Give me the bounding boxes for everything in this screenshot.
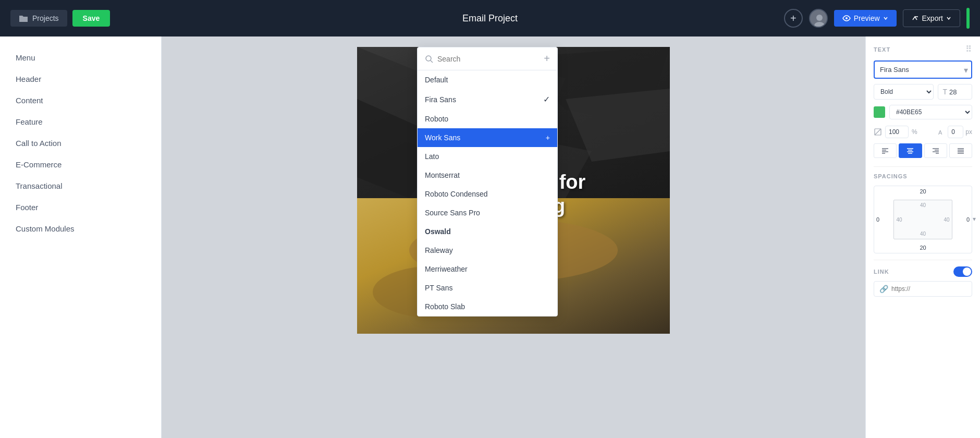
grid-icon: ⠿ [965, 44, 972, 54]
spacings-grid: 20 20 0 0 40 40 40 40 [874, 186, 972, 253]
font-dropdown[interactable]: + Default Fira Sans ✓ Roboto Work Sans + [417, 47, 558, 317]
eye-icon [842, 14, 851, 22]
link-input[interactable] [891, 285, 970, 293]
export-button[interactable]: Export [903, 9, 960, 27]
sidebar-item-content[interactable]: Content [0, 90, 161, 111]
spacing-inner-left: 40 [896, 217, 902, 223]
sidebar-item-custom-modules[interactable]: Custom Modules [0, 218, 161, 239]
opacity-input[interactable] [885, 126, 909, 138]
section-divider [874, 166, 972, 167]
align-left-icon [881, 147, 889, 154]
letter-spacing-input[interactable] [948, 126, 963, 138]
align-right-button[interactable] [924, 143, 947, 158]
align-center-icon [906, 147, 914, 154]
font-list: Default Fira Sans ✓ Roboto Work Sans + L… [418, 70, 557, 316]
right-panel: TEXT ⠿ Fira Sans ▾ Bold T #40BE65 [865, 36, 980, 438]
align-justify-button[interactable] [949, 143, 972, 158]
add-button[interactable]: + [784, 9, 803, 28]
folder-icon [19, 14, 28, 22]
color-arrow-icon: ▾ [973, 215, 976, 223]
font-search-input[interactable] [437, 55, 540, 63]
export-icon [912, 15, 919, 22]
font-select-wrapper: Fira Sans ▾ [874, 60, 972, 79]
color-select[interactable]: #40BE65 [889, 105, 972, 119]
check-icon: ✓ [543, 94, 550, 104]
projects-button[interactable]: Projects [10, 10, 67, 27]
font-item-lato[interactable]: Lato [418, 147, 557, 166]
weight-select[interactable]: Bold [874, 84, 934, 100]
link-icon: 🔗 [879, 285, 888, 293]
spacings-section-title: SPACINGS [874, 173, 972, 179]
chevron-down-icon [883, 16, 888, 21]
font-search-bar: + [418, 47, 557, 70]
opacity-unit: % [912, 128, 917, 136]
sidebar-item-header[interactable]: Header [0, 68, 161, 90]
canvas-area: postcards Introducing Simple post for Sm… [162, 36, 865, 438]
font-item-default[interactable]: Default [418, 70, 557, 89]
spacing-inner-top: 40 [920, 202, 926, 208]
save-button[interactable]: Save [72, 10, 111, 27]
preview-button[interactable]: Preview [834, 10, 897, 27]
font-size-input[interactable] [949, 88, 967, 96]
align-center-button[interactable] [899, 143, 922, 158]
font-weight-size-row: Bold T [874, 84, 972, 100]
font-item-source-sans-pro[interactable]: Source Sans Pro [418, 203, 557, 222]
project-title: Email Project [462, 13, 518, 24]
font-select[interactable]: Fira Sans [874, 60, 972, 79]
svg-text:A: A [938, 129, 942, 136]
letter-spacing-icon: A [937, 128, 946, 136]
sidebar-item-feature[interactable]: Feature [0, 111, 161, 132]
link-input-row: 🔗 [874, 281, 972, 297]
avatar[interactable] [809, 9, 828, 28]
font-item-fira-sans[interactable]: Fira Sans ✓ [418, 89, 557, 110]
spacing-inner-right: 40 [944, 217, 949, 223]
font-item-pt-sans[interactable]: PT Sans [418, 278, 557, 297]
align-justify-icon [957, 147, 964, 154]
font-size-wrapper: T [938, 84, 972, 100]
font-item-work-sans[interactable]: Work Sans + [418, 128, 557, 147]
font-item-roboto-slab[interactable]: Roboto Slab [418, 297, 557, 316]
font-add-button[interactable]: + [544, 53, 550, 65]
font-item-raleway[interactable]: Raleway [418, 241, 557, 260]
left-sidebar: Menu Header Content Feature Call to Acti… [0, 36, 162, 438]
spacing-bottom-value: 20 [920, 245, 926, 251]
svg-line-25 [431, 60, 433, 63]
link-toggle[interactable] [953, 266, 972, 277]
font-item-montserrat[interactable]: Montserrat [418, 166, 557, 185]
search-icon [425, 55, 433, 63]
link-title: LINK [874, 269, 889, 275]
opacity-icon [874, 128, 882, 136]
link-section: LINK 🔗 [874, 266, 972, 297]
sidebar-item-ecommerce[interactable]: E-Commerce [0, 154, 161, 175]
color-swatch[interactable] [874, 106, 885, 118]
opacity-row: % A px [874, 126, 972, 138]
spacing-inner-bottom: 40 [920, 231, 926, 237]
svg-point-3 [846, 17, 848, 19]
font-item-merriweather[interactable]: Merriweather [418, 260, 557, 278]
sidebar-item-transactional[interactable]: Transactional [0, 175, 161, 197]
align-left-button[interactable] [874, 143, 897, 158]
letter-spacing-unit: px [965, 128, 972, 136]
font-size-icon: T [942, 88, 947, 96]
topbar: Projects Save Email Project + Preview [0, 0, 980, 36]
font-item-oswald[interactable]: Oswald [418, 222, 557, 241]
align-right-icon [932, 147, 939, 154]
svg-point-1 [816, 15, 823, 21]
spacing-inner-box: 40 40 40 40 [893, 200, 952, 240]
sidebar-item-menu[interactable]: Menu [0, 47, 161, 68]
font-item-roboto[interactable]: Roboto [418, 110, 557, 128]
export-label: Export [922, 14, 943, 22]
avatar-image [810, 10, 828, 28]
projects-label: Projects [32, 14, 59, 22]
export-chevron-icon [946, 16, 951, 21]
sidebar-item-cta[interactable]: Call to Action [0, 132, 161, 154]
main-layout: Menu Header Content Feature Call to Acti… [0, 36, 980, 438]
link-section-divider [874, 260, 972, 260]
sidebar-item-footer[interactable]: Footer [0, 197, 161, 218]
preview-label: Preview [854, 14, 880, 22]
text-section-title: TEXT ⠿ [874, 44, 972, 54]
font-item-roboto-condensed[interactable]: Roboto Condensed [418, 185, 557, 203]
spacing-right-outer: 0 [966, 216, 970, 223]
link-row: LINK [874, 266, 972, 277]
align-buttons-row [874, 143, 972, 158]
